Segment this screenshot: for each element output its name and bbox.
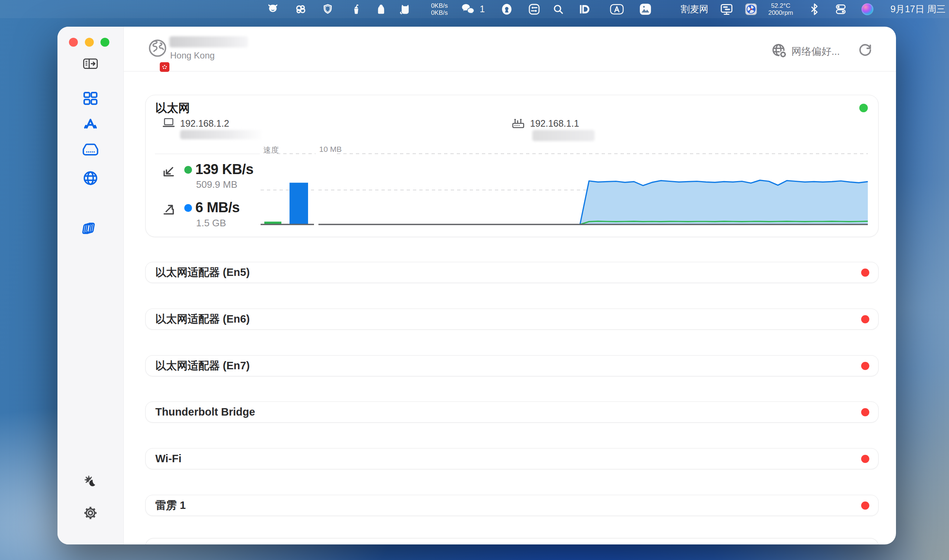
fan-app-icon[interactable] xyxy=(744,0,758,18)
menu-bar: 0KB/s0KB/s 1 割麦网 52.2°C2000rpm 9月17日 周三 xyxy=(0,0,949,18)
adapter-status-dot xyxy=(861,408,869,416)
cpu-temperature: 52.2°C xyxy=(768,2,793,9)
penguin-icon[interactable] xyxy=(375,0,387,18)
adapter-name: Wi-Fi xyxy=(155,449,182,469)
app-window: Hong Kong 网络偏好... 以太网 192.168.1.2 192.16… xyxy=(57,27,896,545)
milkshake-icon[interactable] xyxy=(351,0,362,18)
adapter-status-dot xyxy=(861,315,869,323)
adapter-status-dot xyxy=(861,455,869,463)
adapter-name: 以太网适配器 (En7) xyxy=(155,355,250,376)
shield-icon[interactable] xyxy=(322,0,333,18)
d-app-icon[interactable] xyxy=(577,0,590,18)
net-speed-up: 0KB/s xyxy=(431,2,448,9)
keyhole-app-icon[interactable] xyxy=(500,0,513,18)
adapter-card[interactable]: 以太网适配器 (En6) xyxy=(145,309,878,330)
vpn-menu-label[interactable]: 割麦网 xyxy=(681,0,708,18)
adapter-name: 雷雳 1 xyxy=(155,495,186,515)
bluetooth-icon[interactable] xyxy=(810,0,819,18)
fan-rpm: 2000rpm xyxy=(768,9,793,16)
control-center-icon[interactable] xyxy=(834,0,847,18)
hong-kong-flag-badge xyxy=(160,62,170,72)
menubar-date[interactable]: 9月17日 周三 xyxy=(890,0,946,18)
search-icon[interactable] xyxy=(552,0,564,18)
net-speed-down: 0KB/s xyxy=(431,9,448,16)
net-speed-indicator[interactable]: 0KB/s0KB/s xyxy=(423,0,448,18)
temp-fan-indicator[interactable]: 52.2°C2000rpm xyxy=(763,0,798,18)
cloud-drive-icon[interactable] xyxy=(294,0,307,18)
adapter-status-dot xyxy=(861,502,869,510)
adapter-list: 以太网适配器 (En5)以太网适配器 (En6)以太网适配器 (En7)Thun… xyxy=(57,27,896,545)
adapter-name: 以太网适配器 (En6) xyxy=(155,309,250,329)
a-app-icon[interactable] xyxy=(610,0,624,18)
adapter-card[interactable]: 雷雳 1 xyxy=(145,495,878,516)
adapter-name: 以太网适配器 (En5) xyxy=(155,262,250,283)
display-icon[interactable] xyxy=(719,0,734,18)
wechat-icon[interactable] xyxy=(460,0,476,18)
adapter-card[interactable]: Wi-Fi xyxy=(145,448,878,469)
adapter-card[interactable]: 以太网适配器 (En5) xyxy=(145,262,878,283)
cat-icon[interactable] xyxy=(399,0,412,18)
photos-app-icon[interactable] xyxy=(638,0,653,18)
siri-icon[interactable] xyxy=(861,0,873,18)
bull-app-icon[interactable] xyxy=(266,0,279,18)
adapter-card[interactable]: 以太网适配器 (En7) xyxy=(145,355,878,376)
wechat-badge[interactable]: 1 xyxy=(480,0,485,18)
partial-next-card[interactable] xyxy=(145,538,878,545)
adapter-status-dot xyxy=(861,269,869,277)
adapter-status-dot xyxy=(861,362,869,370)
adapter-card[interactable]: Thunderbolt Bridge xyxy=(145,402,878,423)
tuner-app-icon[interactable] xyxy=(528,0,540,18)
adapter-name: Thunderbolt Bridge xyxy=(155,402,255,422)
